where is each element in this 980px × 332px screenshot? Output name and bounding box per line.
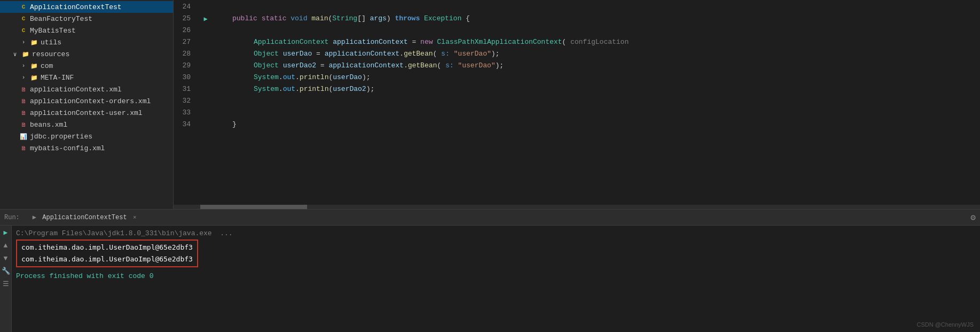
line-num-24: 24 (174, 1, 195, 13)
sidebar-item-metainf[interactable]: › 📁 META-INF (0, 72, 173, 83)
method-getbean2: getBean (408, 60, 437, 72)
sidebar-label: MyBatisTest (30, 27, 76, 35)
sidebar-item-mybatis-xml[interactable]: 🗎 mybatis-config.xml (0, 142, 173, 154)
type-object-2: Object (254, 60, 279, 72)
code-line-33 (211, 107, 980, 119)
string-userdao1: "userDao" (454, 48, 491, 60)
xml-icon: 🗎 (19, 120, 28, 129)
gutter-32 (200, 95, 211, 107)
scrollbar-thumb[interactable] (200, 205, 307, 209)
code-line-26 (211, 25, 980, 36)
main-area: C ApplicationContextTest C BeanFactoryTe… (0, 0, 980, 209)
method-println1: println (300, 72, 329, 83)
output-line-1: com.itheima.dao.impl.UserDaoImpl@65e2dbf… (21, 242, 193, 253)
keyword-throws: throws (395, 13, 420, 25)
run-arrow-icon[interactable]: ▶ (203, 15, 207, 23)
type-system: System (254, 72, 279, 83)
xml-icon: 🗎 (19, 85, 28, 94)
folder-icon: 📁 (30, 38, 38, 47)
line-num-26: 26 (174, 25, 195, 36)
sidebar-item-com[interactable]: › 📁 com (0, 60, 173, 72)
sidebar-label: ApplicationContextTest (30, 3, 122, 11)
chevron-right-icon: › (19, 61, 28, 70)
sidebar-label: META-INF (41, 74, 74, 82)
sidebar-item-beans-xml[interactable]: 🗎 beans.xml (0, 119, 173, 130)
scroll-down-button[interactable]: ▼ (1, 253, 11, 263)
scroll-up-button[interactable]: ▲ (1, 241, 11, 250)
exit-message: Process finished with exit code 0 (16, 271, 976, 281)
field-out: out (283, 72, 295, 83)
properties-icon: 📊 (19, 132, 28, 141)
code-line-32 (211, 95, 980, 107)
tab-label: ApplicationContextTest (42, 214, 127, 221)
code-content: public static void main ( String [] args… (211, 0, 980, 205)
gutter-34 (200, 119, 211, 130)
code-line-30: System . out . println ( userDao ); (211, 72, 980, 83)
code-line-29: Object userDao2 = applicationContext . g… (211, 60, 980, 72)
keyword-new: new (420, 36, 433, 48)
xml-icon: 🗎 (19, 144, 28, 152)
code-line-28: Object userDao = applicationContext . ge… (211, 48, 980, 60)
bottom-toolbar: Run: ▶ ApplicationContextTest × ⚙ (0, 210, 980, 226)
folder-icon: 📁 (30, 73, 38, 82)
code-view: 24 25 26 27 28 29 30 31 32 33 34 ▶ (174, 0, 980, 205)
method-main: main (311, 13, 328, 25)
field-out2: out (283, 83, 295, 95)
sidebar-item-appctx-xml[interactable]: 🗎 applicationContext.xml (0, 83, 173, 95)
sidebar-label: applicationContext-user.xml (30, 109, 143, 117)
bottom-panel: Run: ▶ ApplicationContextTest × ⚙ ▶ ▲ ▼ … (0, 209, 980, 332)
horizontal-scrollbar[interactable] (174, 205, 980, 209)
arg-userdao2: userDao2 (333, 83, 366, 95)
param-configlocation: configLocation (570, 36, 629, 48)
run-tab[interactable]: ▶ ApplicationContextTest × (28, 212, 141, 222)
gutter-30 (200, 72, 211, 83)
var-userdao2: userDao2 (283, 60, 316, 72)
run-tab-icon: ▶ (33, 214, 36, 221)
label-s1: s: (441, 48, 450, 60)
var-appctx: applicationContext (333, 36, 407, 48)
sidebar-item-mybatistest[interactable]: C MyBatisTest (0, 25, 173, 36)
keyword-public: public (232, 13, 257, 25)
output-box: com.itheima.dao.impl.UserDaoImpl@65e2dbf… (16, 240, 198, 267)
sidebar-item-appctx-user[interactable]: 🗎 applicationContext-user.xml (0, 107, 173, 119)
gutter-25[interactable]: ▶ (200, 13, 211, 25)
gutter: ▶ (200, 0, 211, 205)
type-exception: Exception (424, 13, 461, 25)
list-icon[interactable]: ☰ (1, 279, 11, 289)
sidebar-item-resources[interactable]: ∨ 📁 resources (0, 48, 173, 60)
sidebar-item-utils[interactable]: › 📁 utils (0, 36, 173, 48)
settings-gear-icon[interactable]: ⚙ (970, 212, 976, 223)
sidebar-item-jdbc-props[interactable]: 📊 jdbc.properties (0, 130, 173, 142)
play-button[interactable]: ▶ (1, 228, 11, 237)
sidebar-label: utils (41, 38, 61, 47)
keyword-static: static (262, 13, 287, 25)
class-icon: C (19, 14, 28, 23)
sidebar-label: applicationContext.xml (30, 86, 122, 94)
method-println2: println (300, 83, 329, 95)
sidebar-item-appctx-orders[interactable]: 🗎 applicationContext-orders.xml (0, 95, 173, 107)
line-num-32: 32 (174, 95, 195, 107)
sidebar-item-applicationcontexttest[interactable]: C ApplicationContextTest (0, 1, 173, 13)
gutter-26 (200, 25, 211, 36)
type-system2: System (254, 83, 279, 95)
keyword-void: void (291, 13, 307, 25)
editor-area: 24 25 26 27 28 29 30 31 32 33 34 ▶ (174, 0, 980, 209)
code-line-34: } (211, 119, 980, 130)
wrench-icon[interactable]: 🔧 (1, 266, 11, 276)
line-num-34: 34 (174, 119, 195, 130)
type-classpathxml: ClassPathXmlApplicationContext (437, 36, 562, 48)
sidebar-label: com (41, 62, 53, 70)
sidebar: C ApplicationContextTest C BeanFactoryTe… (0, 0, 174, 209)
java-cmd-line: C:\Program Files\Java\jdk1.8.0_331\bin\j… (16, 228, 976, 238)
gutter-24 (200, 1, 211, 13)
var-appctx2: applicationContext (325, 48, 399, 60)
class-icon: C (19, 26, 28, 35)
sidebar-label: mybatis-config.xml (30, 144, 105, 152)
code-line-24 (211, 1, 980, 13)
folder-icon: 📁 (21, 50, 30, 58)
sidebar-item-beanfactorytest[interactable]: C BeanFactoryTest (0, 13, 173, 25)
console-output: C:\Program Files\Java\jdk1.8.0_331\bin\j… (12, 226, 980, 332)
sidebar-label: jdbc.properties (30, 133, 92, 141)
arg-userdao1: userDao (333, 72, 362, 83)
tab-close-button[interactable]: × (133, 214, 137, 221)
